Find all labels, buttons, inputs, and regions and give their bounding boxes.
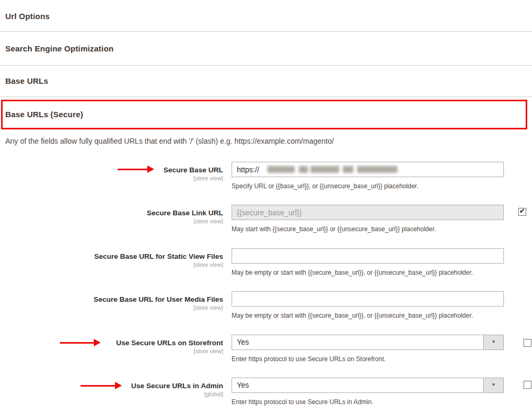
field-row-use-secure-urls-on-storefront: Use Secure URLs on Storefront [store vie… xyxy=(0,335,532,372)
field-label: Secure Base URL for User Media Files xyxy=(0,291,223,304)
field-label: Secure Base Link URL xyxy=(0,205,223,217)
field-label-column: Secure Base URL [store view] xyxy=(0,162,223,182)
section-description: Any of the fields allow fully qualified … xyxy=(5,137,334,145)
use-secure-urls-admin-select[interactable]: Yes ▼ xyxy=(232,378,504,393)
divider xyxy=(0,97,532,97)
use-default-checkbox[interactable] xyxy=(524,339,531,347)
field-label-column: Secure Base URL for User Media Files [st… xyxy=(0,291,223,311)
field-row-secure-base-url: Secure Base URL [store view] Specify URL… xyxy=(0,162,532,199)
field-label: Use Secure URLs on Storefront xyxy=(0,335,223,347)
field-label: Secure Base URL for Static View Files xyxy=(0,248,223,261)
chevron-down-icon: ▼ xyxy=(484,382,503,388)
field-scope: [store view] xyxy=(0,174,223,182)
field-scope: [global] xyxy=(0,390,223,398)
field-row-secure-base-url-user-media-files: Secure Base URL for User Media Files [st… xyxy=(0,291,532,328)
field-label-column: Secure Base Link URL [store view] xyxy=(0,205,223,225)
field-note: May start with {{secure_base_url}} or {{… xyxy=(232,225,436,233)
field-row-secure-base-link-url: Secure Base Link URL [store view] May st… xyxy=(0,205,532,242)
use-secure-urls-storefront-select[interactable]: Yes ▼ xyxy=(232,335,504,350)
section-header-search-engine-optimization[interactable]: Search Engine Optimization xyxy=(5,44,113,53)
config-page: Url Options Search Engine Optimization B… xyxy=(0,0,532,411)
field-note: Enter https protocol to use Secure URLs … xyxy=(232,398,373,406)
field-note: Enter https protocol to use Secure URLs … xyxy=(232,355,386,363)
field-scope: [store view] xyxy=(0,261,223,268)
field-row-use-secure-urls-in-admin: Use Secure URLs in Admin [global] Yes ▼ … xyxy=(0,378,532,411)
field-note: May be empty or start with {{secure_base… xyxy=(232,312,473,319)
use-default-checkbox[interactable]: ✔ xyxy=(518,208,526,216)
field-label-column: Use Secure URLs in Admin [global] xyxy=(0,378,223,398)
secure-base-link-url-input xyxy=(232,205,504,220)
select-selected-value: Yes xyxy=(237,338,249,346)
redacted-url-blur xyxy=(268,166,397,173)
secure-base-url-static-view-files-input[interactable] xyxy=(232,248,504,264)
field-label-column: Secure Base URL for Static View Files [s… xyxy=(0,248,223,268)
field-note: May be empty or start with {{secure_base… xyxy=(232,269,473,276)
section-header-base-urls[interactable]: Base URLs xyxy=(5,76,48,85)
divider xyxy=(0,65,532,66)
select-selected-value: Yes xyxy=(237,381,249,389)
chevron-down-icon: ▼ xyxy=(484,339,503,345)
select-dropdown-button[interactable]: ▼ xyxy=(483,335,503,349)
annotation-rectangle xyxy=(1,100,527,129)
field-scope: [store view] xyxy=(0,217,223,225)
field-label: Use Secure URLs in Admin xyxy=(0,378,223,390)
select-dropdown-button[interactable]: ▼ xyxy=(483,378,503,392)
use-default-checkbox[interactable] xyxy=(524,381,531,389)
secure-base-url-user-media-files-input[interactable] xyxy=(232,291,504,307)
field-scope: [store view] xyxy=(0,304,223,311)
divider xyxy=(0,31,532,32)
check-icon: ✔ xyxy=(519,207,525,215)
section-header-url-options[interactable]: Url Options xyxy=(5,12,50,21)
field-note: Specify URL or {{base_url}}, or {{unsecu… xyxy=(232,182,418,190)
field-scope: [store view] xyxy=(0,347,223,355)
field-label: Secure Base URL xyxy=(0,162,223,174)
field-row-secure-base-url-static-view-files: Secure Base URL for Static View Files [s… xyxy=(0,248,532,285)
field-label-column: Use Secure URLs on Storefront [store vie… xyxy=(0,335,223,355)
